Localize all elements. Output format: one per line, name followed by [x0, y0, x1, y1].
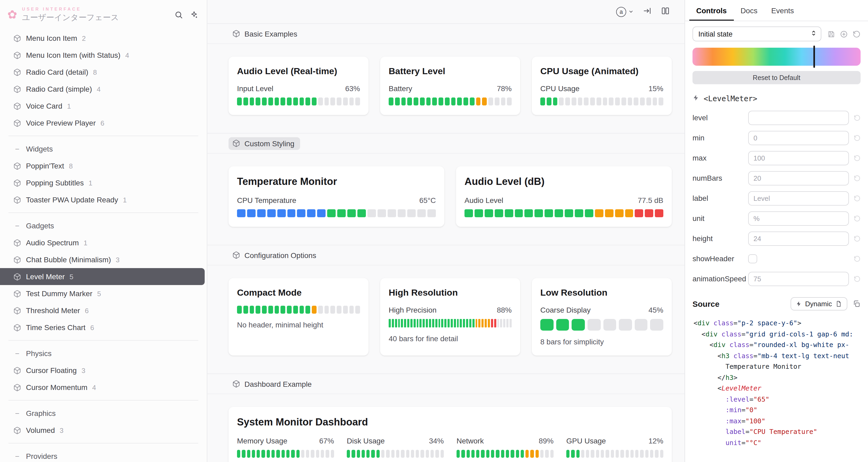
component-icon [13, 85, 21, 93]
prop-name: unit [692, 214, 748, 223]
add-state-icon[interactable] [840, 30, 848, 38]
meter-bar-blue [257, 209, 266, 217]
panel-tabs: Controls Docs Events [685, 0, 868, 21]
sidebar-divider [8, 340, 198, 341]
sidebar-section[interactable]: −Physics [0, 345, 207, 362]
sidebar-item[interactable]: Popping Subtitles1 [0, 174, 207, 191]
sidebar-item[interactable]: Threshold Meter6 [0, 302, 207, 319]
meter-bar-empty [368, 209, 376, 217]
meter-bar-green [485, 209, 493, 217]
item-count: 1 [84, 239, 87, 246]
prop-reset-icon[interactable] [849, 134, 861, 141]
prop-reset-icon[interactable] [849, 155, 861, 161]
variant-section: Configuration OptionsCompact ModeNo head… [207, 245, 685, 373]
sidebar-item[interactable]: Poppin'Text8 [0, 157, 207, 174]
meter-header: Disk Usage34% [347, 436, 444, 445]
reset-to-default-button[interactable]: Reset to Default [692, 71, 861, 84]
meter-bar-empty [602, 98, 608, 105]
box-icon [232, 380, 240, 388]
sidebar-item[interactable]: Voice Preview Player6 [0, 114, 207, 131]
meter-bar-empty [545, 450, 549, 458]
item-count: 3 [116, 256, 120, 264]
prop-reset-icon[interactable] [849, 255, 861, 262]
prop-input-min[interactable] [748, 131, 849, 145]
meter-bar-empty [559, 98, 564, 105]
sidebar-section[interactable]: −Graphics [0, 405, 207, 422]
variant-header-label[interactable]: Dashboard Example [228, 377, 318, 390]
tab-controls[interactable]: Controls [689, 0, 734, 21]
variant-header-label[interactable]: Configuration Options [228, 249, 322, 261]
variant-header: Basic Examples [207, 24, 685, 44]
prop-reset-icon[interactable] [849, 195, 861, 202]
prop-row: showHeader [685, 249, 868, 269]
sidebar-item[interactable]: Cursor Momentum4 [0, 379, 207, 396]
sidebar: ✿ USER INTERFACE ユーザーインターフェース Menu Icon … [0, 0, 207, 462]
story-card: System Monitor DashboardMemory Usage67%D… [228, 407, 672, 462]
meter-bar-empty [391, 450, 395, 458]
sidebar-section[interactable]: −Widgets [0, 140, 207, 157]
meter-bar-empty [386, 450, 390, 458]
tab-events[interactable]: Events [764, 0, 801, 21]
prop-input-label[interactable] [748, 191, 849, 205]
background-select[interactable]: a [616, 7, 633, 17]
sidebar-item[interactable]: Menu Icon Item (with Status)4 [0, 46, 207, 64]
meter-bar-empty [507, 98, 512, 105]
sidebar-section[interactable]: −Gadgets [0, 217, 207, 234]
variant-header-label[interactable]: Custom Styling [228, 137, 300, 150]
prop-input-height[interactable] [748, 231, 849, 245]
sidebar-item[interactable]: Voice Card1 [0, 98, 207, 114]
search-icon[interactable] [175, 10, 183, 19]
background-hue-slider[interactable] [692, 48, 861, 66]
save-state-icon[interactable] [827, 30, 835, 38]
variant-header-label[interactable]: Basic Examples [228, 27, 303, 40]
prop-input-numBars[interactable] [748, 171, 849, 185]
meter-bar-empty [596, 450, 599, 458]
prop-checkbox-showHeader[interactable] [748, 254, 757, 263]
theme-toggle-icon[interactable] [190, 10, 198, 19]
sidebar-item[interactable]: Audio Spectrum1 [0, 234, 207, 251]
sidebar-item[interactable]: Toaster PWA Update Ready1 [0, 191, 207, 208]
sidebar-item[interactable]: Time Series Chart6 [0, 319, 207, 336]
prop-input-unit[interactable] [748, 211, 849, 225]
state-select[interactable]: Initial state [692, 27, 822, 41]
reset-state-icon[interactable] [852, 30, 861, 38]
tab-docs[interactable]: Docs [734, 0, 764, 21]
sidebar-section[interactable]: −Providers [0, 448, 207, 462]
copy-icon[interactable] [852, 300, 861, 308]
sidebar-item[interactable]: Level Meter5 [0, 268, 205, 285]
meter-bar-green [454, 319, 456, 327]
prop-input-max[interactable] [748, 151, 849, 165]
prop-reset-icon[interactable] [849, 174, 861, 182]
meter-bar-green [535, 209, 543, 217]
prop-reset-icon[interactable] [849, 114, 861, 121]
meter-bar-empty [397, 209, 406, 217]
meter-bar-green [281, 450, 285, 458]
sidebar-item[interactable]: Cursor Floating3 [0, 362, 207, 379]
prop-reset-icon[interactable] [849, 215, 861, 222]
text-direction-icon[interactable] [643, 6, 652, 17]
grid-view-icon[interactable] [661, 6, 670, 17]
sidebar-item[interactable]: Menu Icon Item2 [0, 30, 207, 46]
meter-bar-blue [277, 209, 285, 217]
meter-bar-green [423, 319, 425, 327]
meter-bar-empty [646, 98, 651, 105]
meter-label: Disk Usage [347, 436, 385, 445]
sidebar-item[interactable]: Chat Bubble (Minimalism)3 [0, 251, 207, 268]
source-mode-button[interactable]: Dynamic [791, 297, 847, 310]
prop-field [748, 110, 849, 125]
story-card: Low ResolutionCoarse Display45%8 bars fo… [532, 278, 672, 356]
sidebar-item[interactable]: Radio Card (simple)4 [0, 80, 207, 98]
item-count: 3 [60, 426, 63, 434]
sidebar-item[interactable]: Test Dummy Marker5 [0, 285, 207, 302]
prop-input-animationSpeed[interactable] [748, 271, 849, 286]
prop-reset-icon[interactable] [849, 275, 861, 282]
sidebar-item[interactable]: Radio Card (detail)8 [0, 64, 207, 80]
hue-cursor[interactable] [813, 45, 815, 68]
meter-bar-green [451, 319, 453, 327]
prop-input-level[interactable] [748, 110, 849, 125]
prop-reset-icon[interactable] [849, 235, 861, 242]
item-label: Menu Icon Item (with Status) [26, 51, 120, 59]
prop-row: max [685, 148, 868, 168]
meter-bar-empty [396, 450, 400, 458]
sidebar-item[interactable]: Volumed3 [0, 422, 207, 439]
